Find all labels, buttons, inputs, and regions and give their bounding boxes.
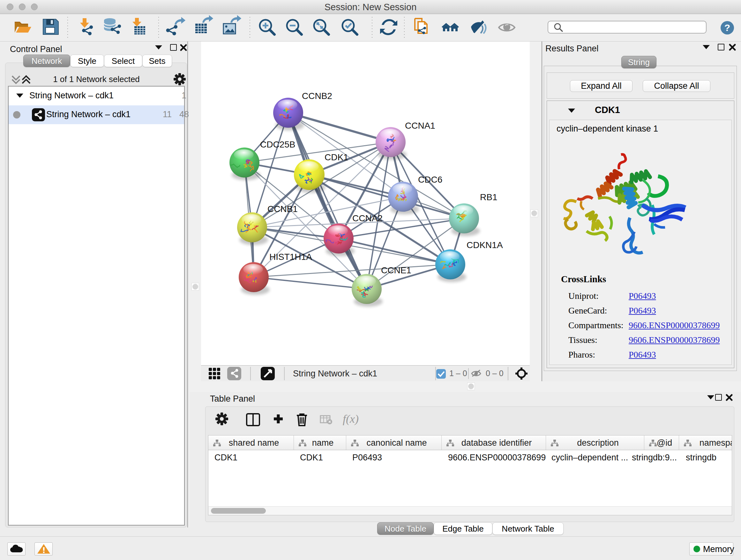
svg-text:CDKN1A: CDKN1A (467, 240, 503, 250)
svg-text:CCNB1: CCNB1 (267, 204, 298, 214)
svg-text:CDK1: CDK1 (325, 152, 348, 162)
svg-text:CDC25B: CDC25B (260, 139, 295, 149)
svg-text:1 – 0: 1 – 0 (449, 369, 467, 378)
svg-text:RB1: RB1 (480, 192, 497, 202)
svg-text:CCNE1: CCNE1 (381, 265, 411, 275)
svg-text:CCNA2: CCNA2 (352, 213, 383, 223)
svg-text:?: ? (724, 22, 730, 33)
svg-text:String Network – cdk1: String Network – cdk1 (293, 369, 377, 378)
svg-text:CCNA1: CCNA1 (405, 121, 435, 131)
svg-text:HIST1H1A: HIST1H1A (269, 252, 312, 262)
svg-text:f(x): f(x) (343, 413, 359, 425)
svg-text:CCNB2: CCNB2 (302, 91, 332, 101)
svg-text:0 – 0: 0 – 0 (486, 369, 503, 378)
svg-text:CDC6: CDC6 (418, 175, 442, 185)
